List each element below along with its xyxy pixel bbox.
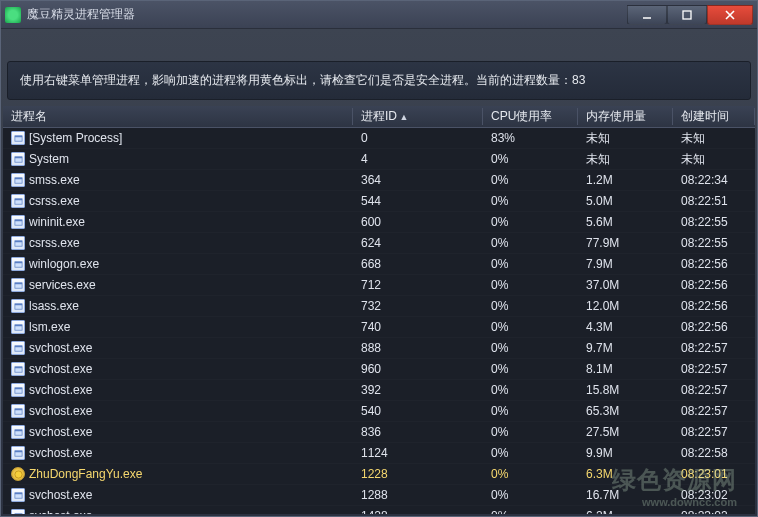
- cell-mem: 未知: [578, 130, 673, 147]
- svg-rect-24: [14, 303, 21, 304]
- cell-cpu: 0%: [483, 173, 578, 187]
- process-name: smss.exe: [29, 173, 80, 187]
- cell-mem: 77.9M: [578, 236, 673, 250]
- svg-rect-16: [14, 219, 21, 220]
- process-icon: [11, 173, 25, 187]
- process-name: svchost.exe: [29, 425, 92, 439]
- table-row[interactable]: wininit.exe6000%5.6M08:22:55: [3, 212, 755, 233]
- table-row[interactable]: svchost.exe12880%16.7M08:23:02: [3, 485, 755, 506]
- process-icon: [11, 299, 25, 313]
- process-name: ZhuDongFangYu.exe: [29, 467, 142, 481]
- cell-time: 08:22:57: [673, 383, 755, 397]
- cell-mem: 27.5M: [578, 425, 673, 439]
- cell-pid: 836: [353, 425, 483, 439]
- col-header-name[interactable]: 进程名: [3, 108, 353, 125]
- table-row[interactable]: csrss.exe6240%77.9M08:22:55: [3, 233, 755, 254]
- svg-rect-43: [14, 513, 21, 514]
- cell-pid: 960: [353, 362, 483, 376]
- cell-mem: 6.3M: [578, 467, 673, 481]
- titlebar[interactable]: 魔豆精灵进程管理器: [1, 1, 757, 29]
- cell-time: 08:22:56: [673, 299, 755, 313]
- table-row[interactable]: ZhuDongFangYu.exe12280%6.3M08:23:01: [3, 464, 755, 485]
- table-row[interactable]: winlogon.exe6680%7.9M08:22:56: [3, 254, 755, 275]
- cell-name: svchost.exe: [3, 383, 353, 397]
- cell-name: ZhuDongFangYu.exe: [3, 467, 353, 481]
- col-header-mem[interactable]: 内存使用量: [578, 108, 673, 125]
- svg-rect-22: [14, 282, 21, 283]
- cell-time: 08:22:51: [673, 194, 755, 208]
- process-name: svchost.exe: [29, 509, 92, 514]
- table-row[interactable]: smss.exe3640%1.2M08:22:34: [3, 170, 755, 191]
- process-name: svchost.exe: [29, 404, 92, 418]
- window-title: 魔豆精灵进程管理器: [27, 6, 627, 23]
- col-header-time[interactable]: 创建时间: [673, 108, 755, 125]
- maximize-button[interactable]: [667, 5, 707, 25]
- svg-rect-34: [14, 408, 21, 409]
- process-icon: [11, 467, 25, 481]
- cell-pid: 0: [353, 131, 483, 145]
- cell-mem: 12.0M: [578, 299, 673, 313]
- table-row[interactable]: svchost.exe8880%9.7M08:22:57: [3, 338, 755, 359]
- minimize-button[interactable]: [627, 5, 667, 25]
- cell-name: lsm.exe: [3, 320, 353, 334]
- cell-time: 08:22:55: [673, 215, 755, 229]
- cell-time: 08:22:58: [673, 446, 755, 460]
- process-name: services.exe: [29, 278, 96, 292]
- cell-time: 08:22:34: [673, 173, 755, 187]
- cell-cpu: 0%: [483, 278, 578, 292]
- cell-cpu: 0%: [483, 383, 578, 397]
- table-row[interactable]: System40%未知未知: [3, 149, 755, 170]
- table-row[interactable]: lsm.exe7400%4.3M08:22:56: [3, 317, 755, 338]
- close-button[interactable]: [707, 5, 753, 25]
- cell-cpu: 0%: [483, 488, 578, 502]
- table-row[interactable]: services.exe7120%37.0M08:22:56: [3, 275, 755, 296]
- cell-pid: 712: [353, 278, 483, 292]
- table-row[interactable]: svchost.exe5400%65.3M08:22:57: [3, 401, 755, 422]
- cell-cpu: 83%: [483, 131, 578, 145]
- cell-name: System: [3, 152, 353, 166]
- cell-mem: 37.0M: [578, 278, 673, 292]
- table-row[interactable]: svchost.exe14280%6.2M08:23:02: [3, 506, 755, 514]
- svg-rect-10: [14, 156, 21, 157]
- col-header-cpu[interactable]: CPU使用率: [483, 108, 578, 125]
- svg-rect-30: [14, 366, 21, 367]
- cell-cpu: 0%: [483, 215, 578, 229]
- process-name: System: [29, 152, 69, 166]
- cell-cpu: 0%: [483, 404, 578, 418]
- process-name: wininit.exe: [29, 215, 85, 229]
- cell-name: svchost.exe: [3, 509, 353, 514]
- cell-time: 08:22:57: [673, 341, 755, 355]
- svg-rect-14: [14, 198, 21, 199]
- cell-pid: 1428: [353, 509, 483, 514]
- table-row[interactable]: [System Process]083%未知未知: [3, 128, 755, 149]
- table-row[interactable]: svchost.exe3920%15.8M08:22:57: [3, 380, 755, 401]
- cell-pid: 624: [353, 236, 483, 250]
- table-row[interactable]: svchost.exe9600%8.1M08:22:57: [3, 359, 755, 380]
- table-row[interactable]: svchost.exe11240%9.9M08:22:58: [3, 443, 755, 464]
- cell-time: 08:23:01: [673, 467, 755, 481]
- table-row[interactable]: svchost.exe8360%27.5M08:22:57: [3, 422, 755, 443]
- cell-pid: 392: [353, 383, 483, 397]
- cell-cpu: 0%: [483, 341, 578, 355]
- process-name: svchost.exe: [29, 383, 92, 397]
- cell-pid: 1228: [353, 467, 483, 481]
- cell-time: 未知: [673, 130, 755, 147]
- window-controls: [627, 5, 753, 25]
- process-icon: [11, 509, 25, 514]
- col-header-pid[interactable]: 进程ID: [353, 108, 483, 125]
- process-icon: [11, 236, 25, 250]
- table-row[interactable]: lsass.exe7320%12.0M08:22:56: [3, 296, 755, 317]
- cell-time: 08:23:02: [673, 488, 755, 502]
- process-icon: [11, 278, 25, 292]
- process-icon: [11, 194, 25, 208]
- process-name: lsm.exe: [29, 320, 70, 334]
- cell-cpu: 0%: [483, 362, 578, 376]
- table-body[interactable]: [System Process]083%未知未知System40%未知未知sms…: [3, 128, 755, 514]
- cell-cpu: 0%: [483, 509, 578, 514]
- table-row[interactable]: csrss.exe5440%5.0M08:22:51: [3, 191, 755, 212]
- process-icon: [11, 152, 25, 166]
- svg-rect-38: [14, 450, 21, 451]
- cell-mem: 4.3M: [578, 320, 673, 334]
- svg-rect-36: [14, 429, 21, 430]
- process-icon: [11, 215, 25, 229]
